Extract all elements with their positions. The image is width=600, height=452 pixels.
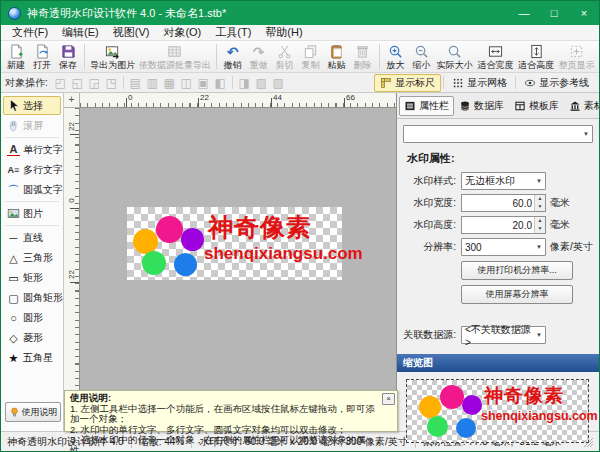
move-up-one-layer-icon[interactable]: ◲ — [86, 76, 103, 90]
align-top-icon[interactable]: ◫ — [178, 76, 195, 90]
move-to-bottom-icon[interactable]: ◱ — [69, 76, 86, 90]
properties-panel: 属性栏 数据库 模板库 素材库 ▼ — [396, 93, 599, 431]
spin-up-icon[interactable]: ▲ — [535, 217, 545, 225]
align-middle-icon[interactable]: ▣ — [195, 76, 212, 90]
move-to-top-icon[interactable]: ◰ — [52, 76, 69, 90]
align-bottom-icon[interactable]: ◧ — [212, 76, 229, 90]
align-left-icon[interactable]: ▤ — [127, 76, 144, 90]
tab-templates[interactable]: 模板库 — [509, 96, 564, 116]
datasource-dropdown[interactable]: <不关联数据源> ▼ — [461, 326, 546, 344]
main-toolbar: 新建 打开 保存 导出为图片 依数据源批量导出 ↶ 撤销 ↷ 重做 — [1, 41, 599, 73]
logo-circle-blue — [456, 418, 476, 438]
logo-circle-pink — [156, 216, 183, 243]
show-guides-toggle[interactable]: 显示参考线 — [518, 74, 595, 92]
toolbar-separator — [216, 44, 217, 69]
use-screen-resolution-button[interactable]: 使用屏幕分辨率 — [461, 285, 573, 304]
panel-tabs: 属性栏 数据库 模板库 素材库 — [397, 93, 599, 119]
close-button[interactable]: × — [569, 1, 599, 25]
delete-trash-icon — [355, 44, 370, 60]
select-cursor-icon — [7, 99, 20, 112]
tool-arc-text[interactable]: ⌒ 圆弧文字 — [3, 180, 61, 199]
light-bulb-icon — [9, 406, 20, 418]
tool-select[interactable]: 选择 — [3, 96, 61, 115]
spin-up-icon[interactable]: ▲ — [535, 195, 545, 203]
delete-button[interactable]: 删除 — [350, 42, 376, 72]
logo-circle-pink — [440, 385, 464, 409]
paste-button[interactable]: 粘贴 — [324, 42, 350, 72]
menu-help[interactable]: 帮助(H) — [258, 25, 309, 40]
tab-materials[interactable]: 素材库 — [564, 96, 600, 116]
use-printer-resolution-button[interactable]: 使用打印机分辨率... — [461, 261, 573, 280]
tool-star[interactable]: ★ 五角星 — [3, 348, 61, 367]
align-center-horizontal-icon[interactable]: ▥ — [144, 76, 161, 90]
zoom-in-button[interactable]: 放大 — [382, 42, 408, 72]
tool-line[interactable]: ─ 直线 — [3, 228, 61, 247]
watermark-style-row: 水印样式: 无边框水印 ▼ — [403, 172, 593, 190]
tab-database[interactable]: 数据库 — [454, 96, 509, 116]
watermark-subtitle-text[interactable]: shenqixiangsu.com — [204, 244, 363, 264]
object-operations-toolbar: 对象操作: ◰ ◱ ◲ ◳ ▤ ▥ ▦ ◫ ▣ ◧ ◨ ▧ ▨ 显示标尺 显示网… — [1, 73, 599, 93]
export-image-button[interactable]: 导出为图片 — [88, 42, 137, 72]
show-grid-toggle[interactable]: 显示网格 — [446, 74, 513, 92]
tool-circle[interactable]: ○ 圆形 — [3, 308, 61, 327]
fit-height-button[interactable]: 适合高度 — [516, 42, 557, 72]
open-file-icon — [35, 44, 50, 60]
actual-size-button[interactable]: 实际大小 — [434, 42, 475, 72]
copy-button[interactable]: 复制 — [298, 42, 324, 72]
tool-rectangle[interactable]: ▭ 矩形 — [3, 268, 61, 287]
tool-single-line-text[interactable]: A 单行文字 — [3, 140, 61, 159]
chevron-down-icon: ▼ — [536, 244, 542, 250]
toolbar-separator — [84, 44, 85, 69]
watermark-design-surface[interactable]: 神奇像素 shenqixiangsu.com — [127, 207, 342, 280]
star-icon: ★ — [7, 352, 20, 364]
tool-triangle[interactable]: △ 三角形 — [3, 248, 61, 267]
object-selector-dropdown[interactable]: ▼ — [403, 125, 593, 143]
spin-down-icon[interactable]: ▼ — [535, 203, 545, 211]
chevron-down-icon: ▼ — [536, 178, 542, 184]
redo-icon: ↷ — [253, 44, 265, 60]
open-button[interactable]: 打开 — [29, 42, 55, 72]
toolbar-separator — [232, 76, 233, 89]
save-button[interactable]: 保存 — [55, 42, 81, 72]
maximize-button[interactable]: □ — [539, 1, 569, 25]
menu-edit[interactable]: 编辑(E) — [55, 25, 106, 40]
menu-view[interactable]: 视图(V) — [106, 25, 157, 40]
show-ruler-toggle[interactable]: 显示标尺 — [374, 74, 441, 92]
resolution-dropdown[interactable]: 300 ▼ — [461, 238, 546, 256]
watermark-height-stepper[interactable]: 20.0 ▲▼ — [461, 216, 546, 234]
minimize-button[interactable]: — — [509, 1, 539, 25]
move-down-one-layer-icon[interactable]: ◳ — [103, 76, 120, 90]
tab-properties[interactable]: 属性栏 — [399, 96, 454, 116]
watermark-width-stepper[interactable]: 60.0 ▲▼ — [461, 194, 546, 212]
tool-pan[interactable]: 滚屏 — [3, 116, 61, 135]
spin-down-icon[interactable]: ▼ — [535, 225, 545, 233]
equal-width-icon[interactable]: ◨ — [236, 76, 253, 90]
design-canvas[interactable]: 神奇像素 shenqixiangsu.com — [80, 108, 396, 431]
usage-help-button[interactable]: 使用说明 — [5, 402, 61, 422]
tool-rounded-rectangle[interactable]: ▢ 圆角矩形 — [3, 288, 61, 307]
cut-button[interactable]: 剪切 — [272, 42, 298, 72]
menu-tools[interactable]: 工具(T) — [208, 25, 258, 40]
whole-page-button[interactable]: 整页显示 — [556, 42, 597, 72]
batch-export-button[interactable]: 依数据源批量导出 — [137, 42, 212, 72]
ruler-origin-icon[interactable]: + — [64, 93, 80, 108]
pan-hand-icon — [7, 119, 20, 132]
tool-image[interactable]: 图片 — [3, 204, 61, 223]
watermark-title-text[interactable]: 神奇像素 — [208, 211, 312, 244]
align-right-icon[interactable]: ▦ — [161, 76, 178, 90]
image-icon — [7, 207, 20, 220]
equal-size-icon[interactable]: ▨ — [270, 76, 287, 90]
fit-width-button[interactable]: 适合宽度 — [475, 42, 516, 72]
zoom-out-button[interactable]: 缩小 — [408, 42, 434, 72]
redo-button[interactable]: ↷ 重做 — [246, 42, 272, 72]
tool-multi-line-text[interactable]: A≡ 多行文字 — [3, 160, 61, 179]
undo-button[interactable]: ↶ 撤销 — [220, 42, 246, 72]
object-operations-label: 对象操作: — [5, 76, 48, 90]
menu-object[interactable]: 对象(O) — [156, 25, 208, 40]
equal-height-icon[interactable]: ▧ — [253, 76, 270, 90]
new-button[interactable]: 新建 — [3, 42, 29, 72]
watermark-style-dropdown[interactable]: 无边框水印 ▼ — [461, 172, 546, 190]
instructions-close-icon[interactable]: × — [382, 393, 395, 405]
menu-file[interactable]: 文件(F) — [5, 25, 55, 40]
tool-diamond[interactable]: ◇ 菱形 — [3, 328, 61, 347]
